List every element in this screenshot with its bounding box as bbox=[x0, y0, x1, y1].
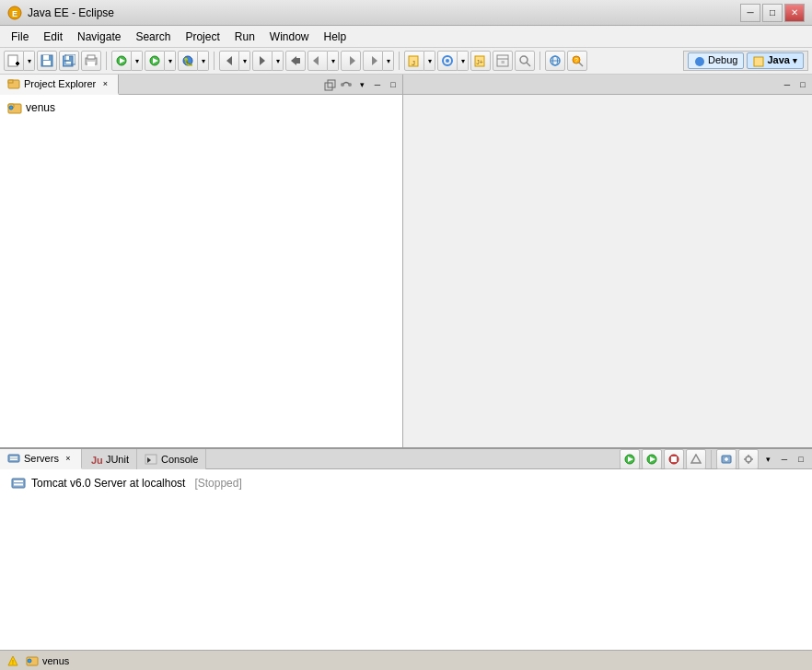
svg-rect-2 bbox=[8, 55, 17, 66]
maximize-panel-button[interactable]: □ bbox=[386, 77, 400, 92]
prev-edit-button[interactable] bbox=[219, 51, 239, 71]
search-java-button[interactable] bbox=[515, 51, 535, 71]
view-menu-button[interactable]: ▾ bbox=[354, 77, 369, 92]
svg-marker-27 bbox=[372, 56, 377, 65]
toolbar-row-1: ▾ ▾ bbox=[0, 48, 812, 74]
start-server-external-button[interactable] bbox=[620, 449, 640, 469]
tab-console[interactable]: Console bbox=[137, 449, 206, 469]
project-explorer-close[interactable]: × bbox=[99, 78, 110, 89]
svg-rect-49 bbox=[325, 83, 332, 90]
svg-rect-58 bbox=[10, 458, 17, 460]
svg-rect-46 bbox=[754, 57, 763, 66]
open-server-config-button[interactable] bbox=[738, 449, 759, 469]
svg-point-52 bbox=[348, 83, 352, 87]
project-explorer-tab[interactable]: Project Explorer × bbox=[0, 75, 119, 95]
open-persp-arrow[interactable]: ▾ bbox=[458, 51, 469, 71]
svg-text:!: ! bbox=[12, 659, 14, 665]
servers-content: Tomcat v6.0 Server at localhost [Stopped… bbox=[0, 469, 812, 650]
editor-maximize-button[interactable]: □ bbox=[795, 77, 810, 92]
minimize-button[interactable]: ─ bbox=[740, 4, 760, 22]
console-icon bbox=[145, 453, 157, 466]
print-button[interactable] bbox=[81, 51, 101, 71]
svg-line-43 bbox=[579, 63, 583, 66]
project-item-venus[interactable]: venus bbox=[0, 98, 402, 117]
bottom-minimize[interactable]: ─ bbox=[777, 452, 792, 467]
external-tools-arrow[interactable]: ▾ bbox=[132, 51, 143, 71]
tab-servers[interactable]: Servers × bbox=[0, 449, 82, 469]
forward-button[interactable] bbox=[341, 51, 361, 71]
external-tools-button[interactable] bbox=[111, 51, 132, 71]
server-item-tomcat[interactable]: Tomcat v6.0 Server at localhost [Stopped… bbox=[7, 473, 805, 493]
open-persp-button[interactable] bbox=[437, 51, 458, 71]
servers-tab-close[interactable]: × bbox=[63, 453, 74, 464]
server-status-icon bbox=[11, 476, 26, 491]
tab-servers-label: Servers bbox=[24, 453, 59, 464]
internet-button[interactable] bbox=[545, 51, 565, 71]
editor-tab-bar: ─ □ bbox=[403, 75, 812, 95]
project-explorer-tab-label: Project Explorer bbox=[24, 78, 96, 89]
svg-text:?: ? bbox=[574, 57, 578, 64]
tab-junit[interactable]: Ju JUnit bbox=[82, 449, 137, 469]
back-hist-button[interactable] bbox=[307, 51, 328, 71]
back-hist-arrow[interactable]: ▾ bbox=[328, 51, 339, 71]
debug-dropdown: 🐛 ▾ bbox=[178, 51, 209, 71]
bottom-maximize[interactable]: □ bbox=[794, 452, 808, 467]
open-type-button[interactable]: J bbox=[404, 51, 424, 71]
svg-rect-13 bbox=[87, 55, 95, 59]
back-button[interactable] bbox=[285, 51, 306, 71]
fwd-hist-arrow[interactable]: ▾ bbox=[383, 51, 394, 71]
next-edit-arrow[interactable]: ▾ bbox=[273, 51, 284, 71]
svg-rect-57 bbox=[10, 456, 17, 458]
new-java-class-button[interactable]: J+ bbox=[470, 51, 491, 71]
menu-run[interactable]: Run bbox=[227, 29, 262, 45]
bottom-view-menu[interactable]: ▾ bbox=[760, 452, 775, 467]
stop-server-button[interactable] bbox=[664, 449, 684, 469]
link-editor-button[interactable] bbox=[339, 77, 354, 92]
new-button[interactable] bbox=[4, 51, 24, 71]
menu-project[interactable]: Project bbox=[178, 29, 226, 45]
maximize-button[interactable]: □ bbox=[762, 4, 783, 22]
svg-rect-50 bbox=[328, 80, 335, 87]
close-button[interactable]: ✕ bbox=[784, 4, 805, 22]
window-controls: ─ □ ✕ bbox=[740, 4, 805, 22]
new-dropdown-arrow[interactable]: ▾ bbox=[24, 51, 35, 71]
next-edit-dropdown: ▾ bbox=[252, 51, 284, 71]
java-perspective-button[interactable]: Java ▾ bbox=[747, 52, 804, 68]
svg-rect-67 bbox=[671, 456, 677, 462]
next-edit-button[interactable] bbox=[252, 51, 273, 71]
run-arrow[interactable]: ▾ bbox=[165, 51, 176, 71]
svg-text:≡: ≡ bbox=[501, 59, 505, 65]
svg-marker-21 bbox=[226, 56, 232, 65]
svg-rect-79 bbox=[14, 484, 23, 486]
run-button[interactable] bbox=[145, 51, 165, 71]
publish-server-button[interactable] bbox=[686, 449, 706, 469]
start-server-button[interactable] bbox=[642, 449, 662, 469]
debug-button[interactable]: 🐛 bbox=[178, 51, 198, 71]
debug-perspective-button[interactable]: Debug bbox=[688, 52, 744, 68]
menu-navigate[interactable]: Navigate bbox=[70, 29, 128, 45]
menu-window[interactable]: Window bbox=[262, 29, 317, 45]
help-search-button[interactable]: ? bbox=[567, 51, 587, 71]
editor-minimize-button[interactable]: ─ bbox=[780, 77, 795, 92]
menu-edit[interactable]: Edit bbox=[36, 29, 70, 45]
menu-search[interactable]: Search bbox=[128, 29, 178, 45]
menu-file[interactable]: File bbox=[4, 29, 36, 45]
save-button[interactable] bbox=[37, 51, 57, 71]
minimize-panel-button[interactable]: ─ bbox=[370, 77, 385, 92]
fwd-hist-button[interactable] bbox=[363, 51, 383, 71]
new-server-button[interactable] bbox=[716, 449, 737, 469]
prev-edit-arrow[interactable]: ▾ bbox=[239, 51, 250, 71]
open-type-arrow[interactable]: ▾ bbox=[424, 51, 435, 71]
collapse-all-button[interactable] bbox=[323, 77, 338, 92]
svg-point-31 bbox=[446, 59, 449, 63]
project-explorer-actions: ▾ ─ □ bbox=[323, 77, 402, 92]
open-resource-button[interactable]: ≡ bbox=[493, 51, 513, 71]
fwd-hist-dropdown: ▾ bbox=[363, 51, 394, 71]
save-all-button[interactable] bbox=[59, 51, 79, 71]
window-title: Java EE - Eclipse bbox=[28, 6, 114, 19]
debug-arrow[interactable]: ▾ bbox=[198, 51, 209, 71]
menu-help[interactable]: Help bbox=[317, 29, 354, 45]
project-explorer-panel: Project Explorer × ▾ ─ □ bbox=[0, 75, 403, 447]
svg-point-55 bbox=[9, 106, 13, 110]
editor-content bbox=[403, 95, 812, 447]
